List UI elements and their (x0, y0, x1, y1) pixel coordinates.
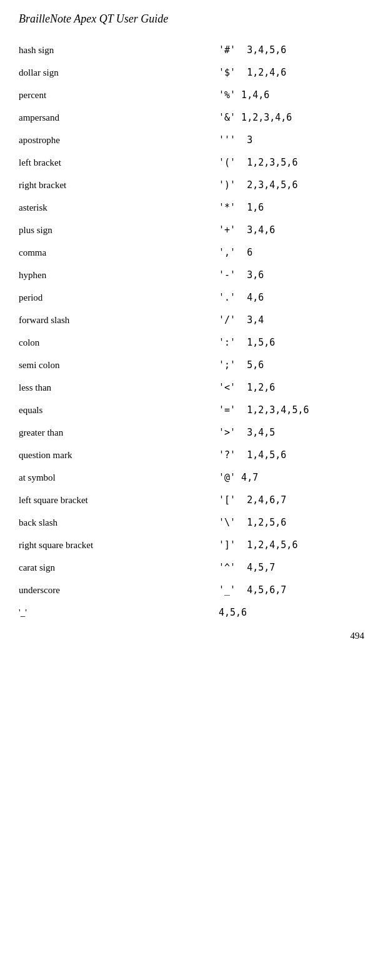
symbol-name: period (19, 292, 219, 303)
symbol-code: '>' 3,4,5 (219, 427, 364, 438)
symbol-row: question mark'?' 1,4,5,6 (19, 449, 364, 461)
symbol-name: carat sign (19, 562, 219, 573)
symbol-code: '$' 1,2,4,6 (219, 67, 364, 78)
symbol-code: '#' 3,4,5,6 (219, 44, 364, 56)
symbol-name: plus sign (19, 225, 219, 236)
symbol-row: hyphen'-' 3,6 (19, 269, 364, 281)
symbol-code: '_' 4,5,6,7 (219, 584, 364, 596)
symbol-row: colon':' 1,5,6 (19, 337, 364, 348)
symbol-row: right square bracket']' 1,2,4,5,6 (19, 539, 364, 551)
symbol-code: '/' 3,4 (219, 314, 364, 326)
symbol-name: comma (19, 248, 219, 258)
symbol-code: '%' 1,4,6 (219, 89, 364, 101)
symbol-code: ',' 6 (219, 247, 364, 258)
symbol-code: '*' 1,6 (219, 202, 364, 213)
symbol-code: ';' 5,6 (219, 359, 364, 371)
symbol-name: hash sign (19, 45, 219, 56)
symbol-name: semi colon (19, 360, 219, 371)
symbol-code: 4,5,6 (219, 607, 364, 618)
symbol-code: '[' 2,4,6,7 (219, 494, 364, 506)
symbol-code: '(' 1,2,3,5,6 (219, 157, 364, 168)
symbol-code: '<' 1,2,6 (219, 382, 364, 393)
symbol-name: '_' (19, 608, 219, 618)
symbol-name: left bracket (19, 158, 219, 168)
symbol-code: '=' 1,2,3,4,5,6 (219, 404, 364, 416)
symbol-row: percent'%' 1,4,6 (19, 89, 364, 101)
symbol-row: asterisk'*' 1,6 (19, 202, 364, 213)
symbol-row: left square bracket'[' 2,4,6,7 (19, 494, 364, 506)
symbol-name: less than (19, 382, 219, 393)
symbol-name: percent (19, 90, 219, 101)
symbol-row: left bracket'(' 1,2,3,5,6 (19, 157, 364, 168)
symbol-row: dollar sign'$' 1,2,4,6 (19, 67, 364, 78)
symbol-name: back slash (19, 518, 219, 528)
symbol-name: at symbol (19, 472, 219, 483)
symbol-name: right square bracket (19, 540, 219, 551)
symbol-row: forward slash'/' 3,4 (19, 314, 364, 326)
symbol-row: equals'=' 1,2,3,4,5,6 (19, 404, 364, 416)
symbol-name: forward slash (19, 315, 219, 326)
symbol-row: '_'4,5,6 (19, 607, 364, 618)
symbol-row: semi colon';' 5,6 (19, 359, 364, 371)
symbol-code: ')' 2,3,4,5,6 (219, 179, 364, 191)
symbol-name: hyphen (19, 270, 219, 281)
symbol-name: left square bracket (19, 495, 219, 506)
symbol-name: dollar sign (19, 68, 219, 78)
page-number: 494 (19, 631, 364, 641)
symbol-name: colon (19, 338, 219, 348)
symbol-row: greater than'>' 3,4,5 (19, 427, 364, 438)
symbol-row: hash sign'#' 3,4,5,6 (19, 44, 364, 56)
symbol-code: '&' 1,2,3,4,6 (219, 112, 364, 123)
symbol-row: period'.' 4,6 (19, 292, 364, 303)
symbol-code: ''' 3 (219, 134, 364, 146)
symbol-name: asterisk (19, 202, 219, 213)
symbol-code: '\' 1,2,5,6 (219, 517, 364, 528)
symbol-table: hash sign'#' 3,4,5,6dollar sign'$' 1,2,4… (19, 44, 364, 618)
symbol-row: back slash'\' 1,2,5,6 (19, 517, 364, 528)
symbol-name: apostrophe (19, 135, 219, 146)
symbol-code: '.' 4,6 (219, 292, 364, 303)
symbol-row: at symbol'@' 4,7 (19, 472, 364, 483)
symbol-code: '+' 3,4,6 (219, 224, 364, 236)
symbol-row: right bracket')' 2,3,4,5,6 (19, 179, 364, 191)
symbol-row: comma',' 6 (19, 247, 364, 258)
symbol-name: question mark (19, 450, 219, 461)
symbol-name: underscore (19, 585, 219, 596)
symbol-row: apostrophe''' 3 (19, 134, 364, 146)
symbol-row: less than'<' 1,2,6 (19, 382, 364, 393)
symbol-name: ampersand (19, 112, 219, 123)
symbol-name: equals (19, 405, 219, 416)
symbol-code: ']' 1,2,4,5,6 (219, 539, 364, 551)
symbol-row: plus sign'+' 3,4,6 (19, 224, 364, 236)
symbol-row: carat sign'^' 4,5,7 (19, 562, 364, 573)
symbol-code: ':' 1,5,6 (219, 337, 364, 348)
symbol-row: underscore'_' 4,5,6,7 (19, 584, 364, 596)
page-title: BrailleNote Apex QT User Guide (19, 12, 364, 26)
symbol-row: ampersand'&' 1,2,3,4,6 (19, 112, 364, 123)
symbol-code: '?' 1,4,5,6 (219, 449, 364, 461)
symbol-name: right bracket (19, 180, 219, 191)
symbol-code: '-' 3,6 (219, 269, 364, 281)
symbol-code: '^' 4,5,7 (219, 562, 364, 573)
symbol-name: greater than (19, 428, 219, 438)
symbol-code: '@' 4,7 (219, 472, 364, 483)
